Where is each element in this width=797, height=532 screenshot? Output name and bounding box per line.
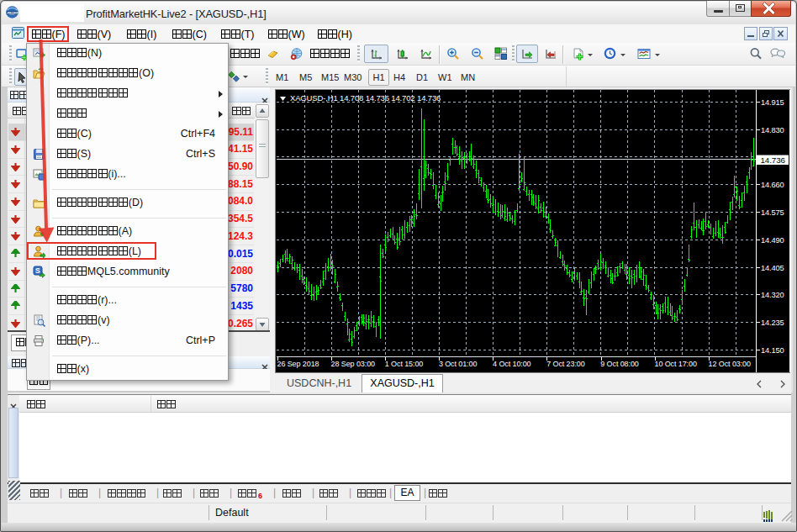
svg-text:1 Oct 15:00: 1 Oct 15:00 xyxy=(385,360,424,368)
svg-text:26 Sep 2018: 26 Sep 2018 xyxy=(277,360,319,368)
svg-text:14.660: 14.660 xyxy=(761,181,784,189)
svg-text:7 Oct 23:00: 7 Oct 23:00 xyxy=(546,360,585,368)
svg-text:4 Oct 10:00: 4 Oct 10:00 xyxy=(493,360,531,368)
svg-text:9 Oct 08:00: 9 Oct 08:00 xyxy=(600,360,639,368)
svg-text:14.915: 14.915 xyxy=(761,98,784,107)
svg-text:XAGUSD-,H1 14.708 14.736 14.7: XAGUSD-,H1 14.708 14.736 14.702 14.736 xyxy=(290,93,441,103)
svg-text:PROFIT: PROFIT xyxy=(8,12,19,15)
svg-text:14.830: 14.830 xyxy=(761,126,784,134)
svg-text:14.150: 14.150 xyxy=(761,346,784,355)
svg-text:14.320: 14.320 xyxy=(761,291,784,299)
svg-text:S: S xyxy=(35,266,40,275)
svg-text:14.405: 14.405 xyxy=(761,264,784,272)
svg-text:28 Sep 03:00: 28 Sep 03:00 xyxy=(331,360,375,368)
svg-text:3 Oct 01:00: 3 Oct 01:00 xyxy=(439,360,478,368)
svg-text:12 Oct 03:00: 12 Oct 03:00 xyxy=(709,360,751,368)
svg-text:10 Oct 17:00: 10 Oct 17:00 xyxy=(655,360,697,368)
svg-text:14.235: 14.235 xyxy=(761,319,784,327)
svg-text:14.575: 14.575 xyxy=(761,208,784,217)
svg-text:14.490: 14.490 xyxy=(761,236,784,245)
svg-text:14.736: 14.736 xyxy=(761,155,786,165)
